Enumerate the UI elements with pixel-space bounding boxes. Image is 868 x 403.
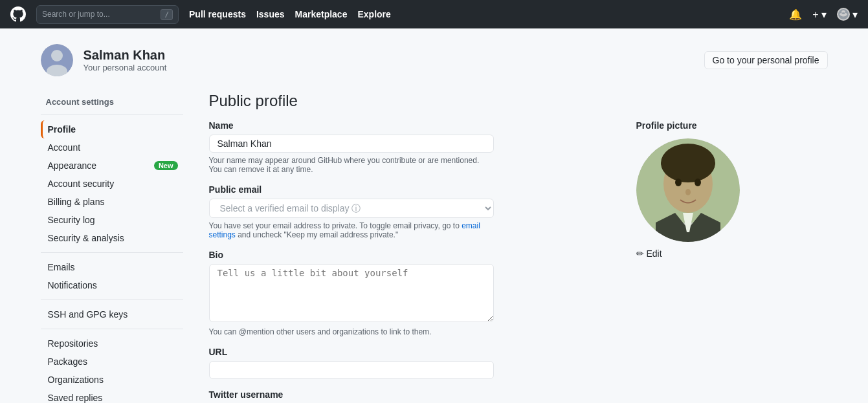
sidebar-item-repositories[interactable]: Repositories <box>41 334 183 353</box>
github-logo[interactable] <box>10 6 26 22</box>
profile-picture-image <box>636 138 740 242</box>
sidebar-item-account-label: Account <box>48 142 81 153</box>
sidebar-item-account-security-label: Account security <box>48 179 115 189</box>
new-item-button[interactable]: + ▾ <box>812 8 827 21</box>
sidebar-item-repositories-label: Repositories <box>48 338 98 349</box>
name-hint: Your name may appear around GitHub where… <box>209 156 494 174</box>
profile-picture-edit-button[interactable]: ✏ Edit <box>636 248 662 259</box>
search-bar[interactable]: Search or jump to... / <box>36 5 179 24</box>
email-hint: You have set your email address to priva… <box>209 221 494 239</box>
sidebar-section-title: Account settings <box>41 92 183 109</box>
sidebar-item-emails-label: Emails <box>48 262 75 272</box>
sidebar-item-account-security[interactable]: Account security <box>41 175 183 193</box>
bio-field-row: Bio You can @mention other users and org… <box>209 250 584 336</box>
sidebar: Account settings Profile Account Appeara… <box>41 92 183 403</box>
sidebar-item-organizations-label: Organizations <box>48 375 104 385</box>
form-layout: Name Your name may appear around GitHub … <box>209 120 740 403</box>
top-navigation: Search or jump to... / Pull requests Iss… <box>0 0 868 28</box>
profile-avatar <box>41 44 73 76</box>
sidebar-item-security-log[interactable]: Security log <box>41 211 183 229</box>
user-menu-button[interactable]: ▾ <box>837 8 858 21</box>
sidebar-item-packages-label: Packages <box>48 356 87 367</box>
sidebar-item-notifications[interactable]: Notifications <box>41 276 183 294</box>
url-field-row: URL <box>209 347 584 379</box>
nav-pull-requests[interactable]: Pull requests <box>189 9 246 19</box>
search-shortcut: / <box>161 9 173 20</box>
bio-label: Bio <box>209 250 584 260</box>
email-hint-text2: and uncheck "Keep my email address priva… <box>236 230 398 239</box>
profile-header-left: Salman Khan Your personal account <box>41 44 167 76</box>
twitter-label: Twitter username <box>209 389 584 400</box>
main-wrapper: Salman Khan Your personal account Go to … <box>20 28 849 403</box>
pencil-icon: ✏ <box>636 248 644 259</box>
sidebar-item-saved-replies[interactable]: Saved replies <box>41 389 183 403</box>
sidebar-item-notifications-label: Notifications <box>48 280 97 290</box>
form-fields: Name Your name may appear around GitHub … <box>209 120 584 403</box>
name-field-row: Name Your name may appear around GitHub … <box>209 120 584 174</box>
sidebar-item-profile-label: Profile <box>48 124 76 135</box>
name-label: Name <box>209 120 584 131</box>
notification-bell[interactable]: 🔔 <box>789 8 802 21</box>
profile-name: Salman Khan <box>83 48 167 63</box>
sidebar-item-billing-label: Billing & plans <box>48 197 105 207</box>
profile-picture-area: Profile picture <box>636 120 740 403</box>
nav-links: Pull requests Issues Marketplace Explore <box>189 9 391 19</box>
bio-hint: You can @mention other users and organiz… <box>209 327 494 336</box>
nav-marketplace[interactable]: Marketplace <box>295 9 348 19</box>
email-label: Public email <box>209 184 584 195</box>
sidebar-item-organizations[interactable]: Organizations <box>41 371 183 389</box>
search-placeholder: Search or jump to... <box>42 10 110 19</box>
sidebar-item-packages[interactable]: Packages <box>41 353 183 371</box>
sidebar-item-security-analysis[interactable]: Security & analysis <box>41 229 183 247</box>
sidebar-item-appearance[interactable]: Appearance New <box>41 157 183 175</box>
go-to-profile-button[interactable]: Go to your personal profile <box>704 51 828 69</box>
sidebar-item-profile[interactable]: Profile <box>41 120 183 138</box>
svg-point-1 <box>51 50 63 61</box>
bio-textarea[interactable] <box>209 264 494 322</box>
twitter-field-row: Twitter username <box>209 389 584 403</box>
page-title: Public profile <box>209 92 740 110</box>
sidebar-item-ssh-gpg-label: SSH and GPG keys <box>48 309 128 320</box>
email-select[interactable]: Select a verified email to display ⓘ <box>209 199 494 218</box>
profile-sub: Your personal account <box>83 63 167 72</box>
sidebar-item-billing[interactable]: Billing & plans <box>41 193 183 211</box>
profile-info: Salman Khan Your personal account <box>83 48 167 72</box>
nav-issues[interactable]: Issues <box>256 9 285 19</box>
profile-picture-label: Profile picture <box>636 120 740 131</box>
url-label: URL <box>209 347 584 357</box>
sidebar-divider <box>41 114 183 115</box>
sidebar-item-security-analysis-label: Security & analysis <box>48 233 124 243</box>
nav-explore[interactable]: Explore <box>357 9 390 19</box>
edit-label: Edit <box>647 248 662 259</box>
badge-new: New <box>154 161 178 170</box>
user-avatar-small <box>837 8 850 21</box>
sidebar-item-security-log-label: Security log <box>48 215 95 225</box>
email-hint-text1: You have set your email address to priva… <box>209 221 462 230</box>
divider-2 <box>41 252 183 253</box>
svg-rect-13 <box>636 138 740 242</box>
main-content: Public profile Name Your name may appear… <box>183 92 740 403</box>
content-area: Account settings Profile Account Appeara… <box>41 92 828 403</box>
sidebar-item-ssh-gpg[interactable]: SSH and GPG keys <box>41 305 183 323</box>
profile-header: Salman Khan Your personal account Go to … <box>41 44 828 76</box>
divider-4 <box>41 329 183 329</box>
name-input[interactable] <box>209 135 494 153</box>
url-input[interactable] <box>209 361 494 379</box>
sidebar-item-appearance-label: Appearance <box>48 160 97 171</box>
divider-3 <box>41 300 183 300</box>
sidebar-item-saved-replies-label: Saved replies <box>48 393 103 403</box>
sidebar-item-account[interactable]: Account <box>41 138 183 157</box>
email-field-row: Public email Select a verified email to … <box>209 184 584 239</box>
sidebar-item-emails[interactable]: Emails <box>41 258 183 276</box>
profile-picture-circle <box>636 138 740 242</box>
topnav-right: 🔔 + ▾ ▾ <box>789 8 858 21</box>
